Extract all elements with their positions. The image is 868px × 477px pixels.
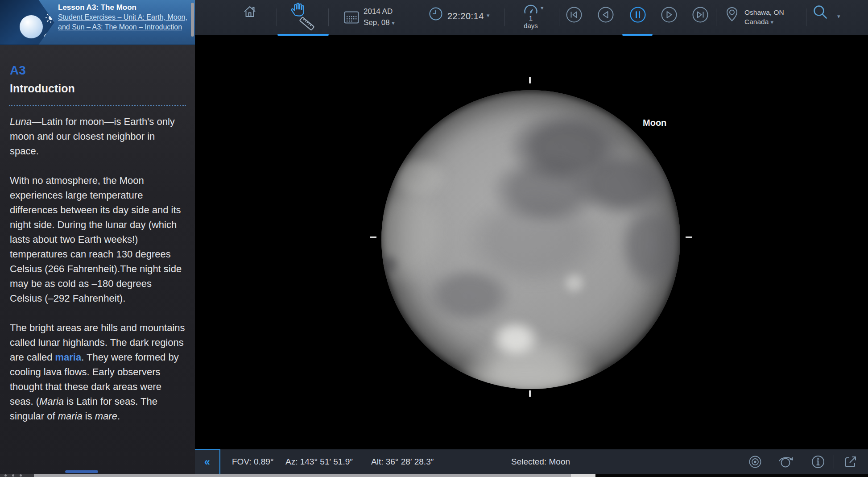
search-button[interactable] [812, 4, 830, 22]
lesson-title: Lesson A3: The Moon [58, 3, 187, 12]
background-window-sliver [571, 474, 595, 477]
pause-button[interactable] [629, 6, 647, 24]
logo-planet-icon [20, 15, 43, 38]
info-button[interactable] [810, 454, 826, 469]
pause-icon [629, 6, 647, 24]
location-pin-icon [725, 6, 739, 23]
lesson-body-text: Luna—Latin for moon—is Earth's only moon… [10, 114, 186, 438]
glossary-link[interactable]: maria [55, 352, 82, 363]
lesson-code: A3 [10, 63, 26, 78]
logo-moon-icon [44, 33, 54, 43]
az-readout: Az: 143° 51′ 51.9″ [285, 449, 353, 474]
background-window-titlebar [0, 474, 34, 477]
sidebar-collapse-button[interactable]: « [195, 449, 220, 474]
dotted-divider [9, 105, 186, 106]
toolbar-divider [277, 8, 277, 26]
play-icon [660, 6, 678, 24]
app-logo [0, 0, 54, 45]
time-step-control[interactable]: ▾ 1 days [513, 3, 549, 29]
background-window-edge [0, 474, 868, 477]
selected-object-readout: Selected: Moon [511, 449, 570, 474]
window-dot-icon [4, 474, 7, 477]
toolbar-divider [806, 8, 806, 26]
background-window-sliver [34, 474, 571, 477]
play-button[interactable] [660, 6, 678, 24]
lesson-paragraph: Luna—Latin for moon—is Earth's only moon… [10, 114, 186, 158]
orbit-view-button[interactable] [777, 455, 794, 469]
location-button[interactable] [725, 6, 739, 23]
chevron-down-icon[interactable]: ▾ [837, 13, 840, 20]
statusbar-divider [800, 455, 800, 469]
main-toolbar: 2014 AD Sep, 08 ▾ 22:20:14 ▾ ▾ 1 days [195, 0, 868, 35]
toolbar-divider [559, 8, 559, 26]
status-bar: « FOV: 0.89° Az: 143° 51′ 51.9″ Alt: 36°… [195, 449, 868, 474]
statusbar-divider [834, 455, 834, 469]
center-target-button[interactable] [748, 454, 763, 469]
active-playback-underline [622, 34, 653, 36]
selection-tick-top [529, 77, 531, 83]
location-city-line: Oshawa, ON [744, 8, 784, 17]
info-icon [810, 454, 826, 469]
alt-readout: Alt: 36° 28′ 28.3″ [371, 449, 434, 474]
date-era-line: 2014 AD [364, 6, 395, 17]
lesson-paragraph: The bright areas are hills and mountains… [10, 320, 186, 423]
time-step-unit: days [513, 22, 549, 29]
selection-tick-left [370, 236, 376, 238]
clock-icon [429, 7, 443, 21]
toolbar-divider [716, 8, 716, 26]
breadcrumb-link[interactable]: Student Exercises – Unit A: Earth, Moon,… [58, 12, 187, 32]
measure-tool-button[interactable] [297, 13, 317, 34]
open-external-button[interactable] [843, 454, 858, 469]
window-dot-icon [20, 474, 22, 477]
sidebar-scrollbar-thumb[interactable] [191, 3, 194, 37]
skip-to-start-button[interactable] [565, 6, 583, 24]
location-country-line: Canada ▾ [744, 17, 784, 27]
skip-to-end-icon [691, 6, 709, 24]
location-display[interactable]: Oshawa, ON Canada ▾ [744, 8, 784, 27]
lesson-header: Lesson A3: The Moon Student Exercises – … [0, 0, 195, 45]
open-external-icon [843, 454, 858, 469]
date-display[interactable]: 2014 AD Sep, 08 ▾ [364, 6, 395, 29]
chevron-down-icon[interactable]: ▾ [487, 12, 490, 19]
lesson-paragraph: With no atmosphere, the Moon experiences… [10, 173, 186, 306]
time-display[interactable]: 22:20:14 [447, 11, 484, 21]
skip-to-end-button[interactable] [691, 6, 709, 24]
step-back-icon [597, 6, 615, 24]
selection-tick-right [686, 236, 692, 238]
chevron-down-icon: ▾ [541, 4, 544, 11]
time-step-gauge-icon [522, 3, 540, 15]
target-icon [748, 454, 763, 469]
orbit-icon [777, 455, 794, 469]
background-window-sliver [595, 474, 868, 477]
search-icon [812, 4, 830, 22]
logo-sun-icon [45, 12, 57, 24]
object-label: Moon [643, 118, 666, 128]
lesson-section-title: Introduction [10, 82, 75, 95]
calendar-icon [344, 11, 359, 24]
background-window-text-sliver [65, 470, 98, 473]
skip-to-start-icon [565, 6, 583, 24]
date-day-line: Sep, 08 ▾ [364, 17, 395, 29]
moon-surface [381, 90, 680, 389]
moon-object[interactable] [381, 90, 680, 389]
window-dot-icon [12, 474, 14, 477]
toolbar-divider [328, 8, 329, 26]
time-step-value: 1 [513, 14, 549, 22]
clock-button[interactable] [429, 7, 443, 21]
chevron-down-icon: ▾ [771, 19, 774, 25]
home-button[interactable] [243, 5, 256, 18]
selection-tick-bottom [529, 390, 531, 397]
step-back-button[interactable] [597, 6, 615, 24]
ruler-icon [297, 13, 317, 34]
active-tool-underline [277, 34, 329, 36]
sky-viewport[interactable]: Moon [195, 35, 868, 449]
lesson-sidebar: A3 Introduction Luna—Latin for moon—is E… [0, 45, 195, 474]
chevron-down-icon: ▾ [392, 20, 395, 26]
home-icon [243, 5, 256, 18]
calendar-button[interactable] [344, 11, 359, 24]
fov-readout: FOV: 0.89° [232, 449, 274, 474]
toolbar-divider [504, 8, 504, 26]
